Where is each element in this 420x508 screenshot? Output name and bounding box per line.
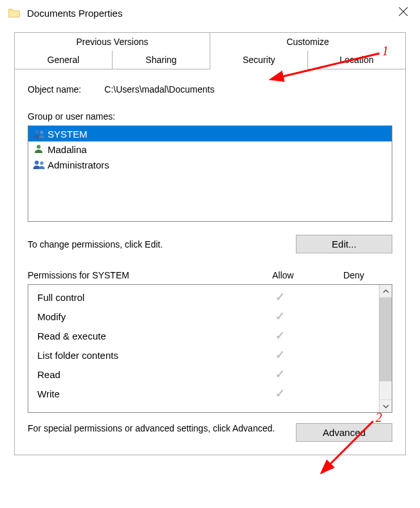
list-item-label: Administrators [48,159,109,170]
folder-icon [8,6,21,19]
users-pair-icon [32,159,45,170]
checkmark-icon: ✓ [275,310,285,323]
list-item[interactable]: Administrators [28,157,392,172]
allow-column-label: Allow [251,270,315,280]
permission-allow: ✓ [248,386,312,401]
list-item-label: Madalina [48,144,87,155]
list-item-label: SYSTEM [48,129,87,140]
permission-row: Write✓ [37,384,376,403]
svg-point-4 [37,145,41,149]
advanced-hint-text: For special permissions or advanced sett… [28,423,296,433]
tab-customize[interactable]: Customize [210,32,406,51]
dialog-body: Previous Versions Customize General Shar… [0,26,420,468]
permission-allow: ✓ [248,367,312,381]
svg-point-6 [40,161,43,165]
list-item[interactable]: Madalina [28,141,392,157]
annotation-arrow-2 [306,418,383,476]
permission-name: List folder contents [37,350,248,361]
security-panel: Object name: C:\Users\madal\Documents Gr… [14,69,406,455]
window-title: Documents Properties [27,8,122,19]
tab-general[interactable]: General [14,51,113,69]
permission-name: Read & execute [37,331,248,341]
checkmark-icon: ✓ [275,349,285,361]
users-pair-icon [32,128,45,140]
list-item[interactable]: SYSTEM [28,126,392,141]
svg-point-2 [35,130,39,134]
user-single-icon [32,143,45,155]
group-users-label: Group or user names: [28,111,392,122]
close-button[interactable] [397,5,412,21]
svg-line-7 [280,53,379,77]
scroll-thumb[interactable] [379,298,392,381]
edit-button[interactable]: Edit... [296,235,392,253]
permissions-scrollbar[interactable] [379,285,392,412]
permissions-listbox: Full control✓Modify✓Read & execute✓List … [28,284,392,413]
annotation-label-1: 1 [382,44,388,59]
permission-allow: ✓ [248,348,312,362]
checkmark-icon: ✓ [275,329,285,342]
permission-row: Modify✓ [37,307,376,326]
tab-sharing[interactable]: Sharing [113,51,210,69]
deny-column-label: Deny [315,270,392,280]
permission-name: Read [37,369,248,380]
permission-row: Full control✓ [37,287,376,307]
annotation-label-2: 2 [376,410,382,425]
permission-row: Read & execute✓ [37,326,376,345]
permission-row: List folder contents✓ [37,345,376,365]
checkmark-icon: ✓ [275,291,285,304]
scroll-up-arrow-icon[interactable] [379,285,392,298]
permission-allow: ✓ [248,329,312,343]
svg-point-5 [35,161,39,165]
titlebar: Documents Properties [0,0,420,26]
object-path: C:\Users\madal\Documents [104,84,214,95]
permissions-header: Permissions for SYSTEM Allow Deny [28,270,392,280]
edit-hint-text: To change permissions, click Edit. [28,239,296,249]
permission-allow: ✓ [248,290,312,304]
permission-name: Write [37,388,248,399]
group-users-listbox[interactable]: SYSTEMMadalinaAdministrators [28,125,392,222]
svg-point-3 [40,131,43,134]
checkmark-icon: ✓ [275,387,285,400]
permission-allow: ✓ [248,309,312,323]
object-name-label: Object name: [28,84,81,95]
annotation-arrow-1 [270,50,386,89]
permission-row: Read✓ [37,365,376,384]
svg-line-8 [328,421,373,466]
tab-previous-versions[interactable]: Previous Versions [14,32,210,51]
permission-name: Full control [37,292,248,303]
permission-name: Modify [37,311,248,322]
checkmark-icon: ✓ [275,368,285,381]
permissions-for-label: Permissions for SYSTEM [28,270,251,280]
